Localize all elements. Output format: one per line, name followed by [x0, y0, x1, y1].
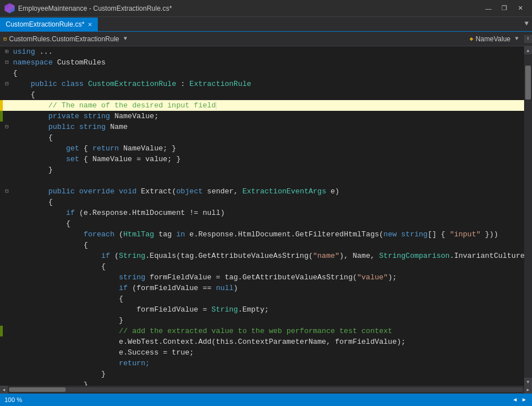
- h-scroll-thumb[interactable]: [9, 387, 66, 392]
- code-text: {: [11, 218, 524, 229]
- code-text: public class CustomExtractionRule : Extr…: [11, 79, 524, 89]
- minimize-button[interactable]: —: [481, 3, 496, 14]
- code-line: e.WebTest.Context.Add(this.ContextParame…: [0, 336, 524, 347]
- tab-close-button[interactable]: ✕: [88, 21, 92, 28]
- code-line: get { return NameValue; }: [0, 143, 524, 154]
- code-line: set { NameValue = value; }: [0, 154, 524, 165]
- title-text: EmployeeMaintenance - CustomExtractionRu…: [18, 5, 481, 12]
- code-text: {: [11, 132, 524, 143]
- tab-dropdown-button[interactable]: ▼: [521, 16, 532, 31]
- tab-custom-extraction-rule[interactable]: CustomExtractionRule.cs* ✕: [0, 18, 98, 31]
- code-line: [0, 175, 524, 186]
- code-text: if (e.Response.HtmlDocument != null): [11, 208, 524, 218]
- code-line: }: [0, 379, 524, 386]
- line-indicator: [0, 229, 3, 240]
- code-text: set { NameValue = value; }: [11, 154, 524, 165]
- nav-method-icon: ◆: [470, 35, 474, 42]
- line-indicator: [0, 326, 3, 336]
- code-lines-container: ⊞using ...⊟namespace CustomRules{⊟ publi…: [0, 46, 524, 386]
- h-scroll-track: [9, 387, 523, 392]
- line-indicator: [0, 347, 3, 358]
- line-indicator: [0, 175, 3, 186]
- nav-method-dropdown[interactable]: ▼: [513, 36, 521, 42]
- vertical-scrollbar[interactable]: ▲ ▼: [524, 46, 532, 386]
- line-indicator: [0, 89, 3, 100]
- code-line: private string NameValue;: [0, 111, 524, 122]
- code-line: {: [0, 197, 524, 208]
- code-editor[interactable]: ⊞using ...⊟namespace CustomRules{⊟ publi…: [0, 46, 524, 386]
- code-text: {: [11, 240, 524, 250]
- code-line: ⊞using ...: [0, 46, 524, 57]
- line-indicator: [0, 197, 3, 208]
- scrollbar-top-button[interactable]: ⬆: [524, 35, 532, 43]
- code-line: {: [0, 293, 524, 304]
- code-line: if (String.Equals(tag.GetAttributeValueA…: [0, 250, 524, 261]
- fold-gutter[interactable]: ⊟: [3, 57, 11, 68]
- line-indicator: [0, 143, 3, 154]
- code-text: if (formFieldValue == null): [11, 283, 524, 293]
- line-indicator: [0, 283, 3, 293]
- scroll-left-button[interactable]: ◄: [0, 386, 8, 394]
- code-text: }: [11, 369, 524, 379]
- nav-path: CustomRules.CustomExtractionRule: [9, 35, 119, 43]
- line-indicator: [0, 379, 3, 386]
- scroll-right-button[interactable]: ►: [524, 386, 532, 394]
- code-text: {: [11, 261, 524, 272]
- code-text: {: [11, 293, 524, 304]
- code-line: {: [0, 68, 524, 79]
- code-line: // The name of the desired input field: [0, 100, 524, 111]
- code-line: ⊟ public class CustomExtractionRule : Ex…: [0, 79, 524, 89]
- code-line: foreach (HtmlTag tag in e.Response.HtmlD…: [0, 229, 524, 240]
- line-indicator: [0, 100, 3, 111]
- code-text: private string NameValue;: [11, 111, 524, 122]
- line-indicator: [0, 218, 3, 229]
- line-indicator: [0, 293, 3, 304]
- fold-gutter[interactable]: ⊞: [3, 46, 11, 57]
- code-line: return;: [0, 358, 524, 369]
- code-text: using ...: [11, 46, 524, 57]
- vs-logo-icon: [5, 3, 15, 14]
- code-text: foreach (HtmlTag tag in e.Response.HtmlD…: [11, 229, 524, 240]
- scroll-down-button[interactable]: ▼: [524, 378, 532, 386]
- line-indicator: [0, 304, 3, 315]
- code-line: }: [0, 165, 524, 175]
- line-indicator: [0, 336, 3, 347]
- code-text: string formFieldValue = tag.GetAttribute…: [11, 272, 524, 283]
- code-text: {: [11, 89, 524, 100]
- line-indicator: [0, 208, 3, 218]
- scroll-up-button[interactable]: ▲: [524, 46, 532, 54]
- status-scroll-right[interactable]: ►: [521, 397, 527, 403]
- tab-bar: CustomExtractionRule.cs* ✕ ▼: [0, 17, 532, 32]
- nav-path-dropdown[interactable]: ▼: [122, 36, 129, 42]
- fold-gutter[interactable]: ⊟: [3, 186, 11, 197]
- code-text: return;: [11, 358, 524, 369]
- code-line: {: [0, 218, 524, 229]
- nav-bar: ⊞ CustomRules.CustomExtractionRule ▼ ◆ N…: [0, 32, 532, 46]
- line-indicator: [0, 250, 3, 261]
- code-text: public string Name: [11, 122, 524, 132]
- code-text: e.WebTest.Context.Add(this.ContextParame…: [11, 336, 524, 347]
- code-text: // The name of the desired input field: [11, 100, 524, 111]
- nav-method: NameValue: [475, 35, 511, 43]
- code-line: if (formFieldValue == null): [0, 283, 524, 293]
- line-indicator: [0, 272, 3, 283]
- title-bar-buttons[interactable]: — ❒ ✕: [481, 3, 527, 14]
- close-button[interactable]: ✕: [513, 3, 527, 14]
- code-line: formFieldValue = String.Empty;: [0, 304, 524, 315]
- line-indicator: [0, 240, 3, 250]
- code-line: {: [0, 261, 524, 272]
- restore-button[interactable]: ❒: [497, 3, 512, 14]
- editor-area: ⊞using ...⊟namespace CustomRules{⊟ publi…: [0, 46, 532, 386]
- code-text: formFieldValue = String.Empty;: [11, 304, 524, 315]
- status-scroll-left[interactable]: ◄: [512, 397, 518, 403]
- horizontal-scrollbar-container: ◄ ►: [0, 386, 532, 394]
- code-text: }: [11, 379, 524, 386]
- code-line: // add the extracted value to the web pe…: [0, 326, 524, 336]
- status-scroll-buttons: ◄ ►: [512, 397, 527, 403]
- scroll-thumb[interactable]: [525, 66, 531, 100]
- code-line: {: [0, 240, 524, 250]
- fold-gutter[interactable]: ⊟: [3, 79, 11, 89]
- code-line: if (e.Response.HtmlDocument != null): [0, 208, 524, 218]
- line-indicator: [0, 165, 3, 175]
- fold-gutter[interactable]: ⊟: [3, 122, 11, 132]
